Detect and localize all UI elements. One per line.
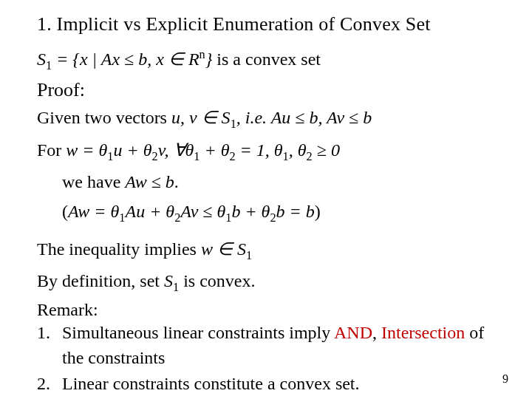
item2-text: Linear constraints constitute a convex s… <box>62 371 502 397</box>
slide-title: 1. Implicit vs Explicit Enumeration of C… <box>37 13 502 35</box>
remark-item-1: 1. Simultaneous linear constraints imply… <box>37 320 502 372</box>
for-s2: 2 <box>151 149 157 163</box>
aw-open: ( <box>62 202 68 221</box>
definition-line: S1 = {x | Ax ≤ b, x ∈ Rn} is a convex se… <box>37 46 502 75</box>
aw-5: b = b <box>276 202 315 221</box>
aw-3: Av ≤ θ <box>180 202 225 221</box>
item1-number: 1. <box>37 320 62 372</box>
for-m5: , θ <box>289 140 307 160</box>
for-m2: v, ∀θ <box>158 140 194 160</box>
bydef-pre: By definition, set <box>37 271 164 290</box>
remark-item-2: 2. Linear constraints constitute a conve… <box>37 371 502 397</box>
wehave-math: Aw ≤ b <box>125 172 174 191</box>
wehave-pre: we have <box>62 172 125 191</box>
bydef-sub: 1 <box>173 280 179 294</box>
bydef-tail: is convex. <box>179 271 255 290</box>
aw-2: Au + θ <box>125 202 174 221</box>
item1-and: AND <box>334 323 372 342</box>
item1-a: Simultaneous linear constraints imply <box>62 323 334 342</box>
proof-label: Proof: <box>37 79 502 101</box>
bydef-line: By definition, set S1 is convex. <box>37 267 502 296</box>
aw-line: (Aw = θ1Au + θ2Av ≤ θ1b + θ2b = b) <box>62 198 502 227</box>
remark-label: Remark: <box>37 300 502 320</box>
def-sup-n: n <box>200 47 205 61</box>
def-tail: is a convex set <box>216 50 321 69</box>
def-eq: = {x | Ax ≤ b, x ∈ R <box>52 50 199 69</box>
slide: 1. Implicit vs Explicit Enumeration of C… <box>0 0 532 399</box>
wehave-line: we have Aw ≤ b. <box>62 168 502 195</box>
inequality-line: The inequality implies w ∈ S1 <box>37 236 502 265</box>
item1-intersection: Intersection <box>381 323 465 342</box>
item1-b: , <box>372 323 381 342</box>
for-m1: u + θ <box>114 140 152 160</box>
for-s6: 2 <box>307 149 313 163</box>
for-w: w = θ <box>66 140 107 160</box>
aw-1: Aw = θ <box>68 202 119 221</box>
wehave-dot: . <box>174 172 179 191</box>
for-m3: + θ <box>200 140 229 160</box>
item2-number: 2. <box>37 371 62 397</box>
aw-4: b + θ <box>231 202 270 221</box>
for-line: For w = θ1u + θ2v, ∀θ1 + θ2 = 1, θ1, θ2 … <box>37 137 502 166</box>
page-number: 9 <box>502 372 508 386</box>
for-s4: 2 <box>229 149 235 163</box>
given-sub1: 1 <box>231 117 236 131</box>
def-S: S <box>37 50 46 69</box>
def-sub1: 1 <box>46 58 52 72</box>
ineq-math: w ∈ S <box>201 239 246 259</box>
for-s1: 1 <box>107 149 113 163</box>
bydef-math: S <box>164 271 173 290</box>
for-pre: For <box>37 140 66 160</box>
ineq-pre: The inequality implies <box>37 239 201 259</box>
def-brace-close: } <box>205 50 217 69</box>
aw-s4: 2 <box>270 211 276 225</box>
given-uv: u, v ∈ S <box>171 108 231 127</box>
for-tail: ≥ 0 <box>313 140 340 160</box>
given-pre: Given two vectors <box>37 108 171 127</box>
for-m4: = 1, θ <box>236 140 283 160</box>
aw-close: ) <box>315 202 321 221</box>
given-mid: , i.e. Au ≤ b, Av ≤ b <box>236 108 372 127</box>
given-line: Given two vectors u, v ∈ S1, i.e. Au ≤ b… <box>37 104 502 133</box>
ineq-sub: 1 <box>246 248 252 262</box>
for-s5: 1 <box>283 149 289 163</box>
